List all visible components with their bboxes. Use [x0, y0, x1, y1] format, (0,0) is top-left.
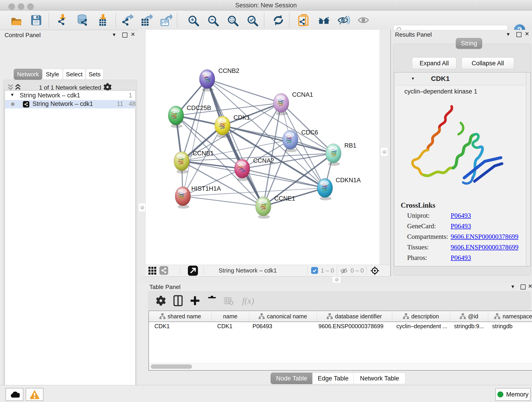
node-label-CCNA2: CCNA2 — [253, 157, 274, 164]
warnings-button[interactable] — [26, 388, 44, 401]
control-panel-collapse-icon[interactable]: ▾ — [113, 32, 115, 38]
detach-view-icon[interactable] — [188, 266, 198, 276]
crosslink-compartments-link[interactable]: 9606.ENSP00000378699 — [451, 233, 519, 240]
tab-sets[interactable]: Sets — [86, 69, 104, 80]
splitter-knob[interactable] — [140, 206, 144, 210]
toolbar-separator — [203, 266, 204, 275]
show-columns-icon[interactable] — [172, 295, 184, 307]
cell-shared-name[interactable]: CDK1 — [154, 323, 170, 330]
node-label-CCNE1: CCNE1 — [274, 195, 295, 202]
node-label-CDC6: CDC6 — [301, 129, 318, 136]
zoom-fit-icon[interactable] — [225, 13, 239, 27]
crosslink-genecard-link[interactable]: P06493 — [451, 222, 471, 230]
results-scrollbar[interactable] — [526, 72, 530, 266]
memory-button[interactable]: Memory — [495, 388, 531, 401]
expand-all-button[interactable]: Expand All — [412, 57, 456, 69]
tab-node-table[interactable]: Node Table — [271, 373, 313, 384]
import-table-icon[interactable] — [95, 13, 109, 27]
cell-name[interactable]: CDK1 — [217, 323, 233, 330]
selected-checkbox-icon[interactable] — [311, 267, 318, 274]
column-header-description[interactable]: description — [392, 311, 450, 322]
network-collection-row[interactable]: ▼ String Network – cdk1 1 — [5, 91, 135, 100]
cell-description[interactable]: cyclin–dependent ... — [396, 323, 447, 330]
column-header-name[interactable]: name — [211, 311, 249, 322]
right-splitter[interactable] — [379, 30, 390, 276]
splitter-knob[interactable] — [382, 150, 386, 154]
network-tree: ▼ String Network – cdk1 1 String Network… — [5, 90, 136, 402]
toolbar-separator — [307, 266, 308, 275]
table-panel-close-icon[interactable]: ✕ — [528, 283, 532, 289]
control-panel: Control Panel ▾ ✕ Network Style Select S… — [1, 30, 138, 385]
results-panel-float-icon[interactable] — [516, 32, 521, 37]
zoom-out-icon[interactable] — [206, 13, 220, 27]
open-session-icon[interactable] — [9, 13, 23, 27]
results-panel-collapse-icon[interactable]: ▾ — [507, 31, 510, 37]
tab-network[interactable]: Network — [14, 69, 42, 80]
control-panel-float-icon[interactable] — [122, 32, 127, 38]
tree-expand-icon[interactable]: ▼ — [10, 92, 14, 97]
crosslink-tissues-link[interactable]: 9606.ENSP00000378699 — [451, 243, 519, 251]
tab-network-table[interactable]: Network Table — [354, 373, 405, 384]
network-birdseye-icon[interactable] — [159, 266, 168, 275]
tab-edge-table[interactable]: Edge Table — [312, 373, 354, 384]
hidden-eye-icon[interactable] — [340, 267, 348, 275]
horizontal-splitter[interactable] — [138, 276, 532, 283]
grid-view-icon[interactable] — [148, 267, 156, 274]
crosslink-label: GeneCard: — [407, 222, 436, 230]
delete-column-trash-icon[interactable] — [206, 295, 218, 307]
table-panel-float-icon[interactable] — [520, 284, 526, 289]
duplicate-network-icon[interactable] — [297, 13, 311, 27]
crosslink-pharos-link[interactable]: P06493 — [451, 254, 471, 262]
toolbar-separator — [177, 13, 177, 27]
import-network-from-database-icon[interactable] — [75, 13, 89, 27]
control-panel-close-icon[interactable]: ✕ — [131, 32, 135, 37]
cloud-status-button[interactable] — [6, 388, 23, 401]
eye-icon[interactable] — [356, 13, 370, 27]
cell-database-identifier[interactable]: 9606.ENSP00000378699 — [318, 323, 384, 330]
column-header-canonical-name[interactable]: canonical name — [249, 311, 317, 322]
table-panel-collapse-icon[interactable]: ▾ — [511, 283, 514, 289]
add-column-icon[interactable] — [189, 295, 201, 307]
cell-id[interactable]: stringdb:9... — [454, 323, 484, 330]
collapse-all-button[interactable]: Collapse All — [462, 57, 514, 69]
zoom-selected-icon[interactable] — [245, 13, 259, 27]
crosslink-label: Pharos: — [407, 254, 427, 262]
left-splitter[interactable] — [138, 30, 146, 276]
column-header-database-identifier[interactable]: database identifier — [317, 311, 392, 322]
splitter-knob[interactable] — [335, 278, 339, 281]
column-header-namespace[interactable]: namespace — [488, 311, 532, 322]
column-header-shared-name[interactable]: shared name — [149, 311, 212, 322]
save-session-icon[interactable] — [29, 13, 43, 27]
tab-style[interactable]: Style — [42, 69, 63, 80]
title-bar: Session: New Session — [0, 0, 532, 11]
zoom-in-icon[interactable] — [186, 13, 200, 27]
column-header-id[interactable]: @id — [450, 311, 488, 322]
export-network-icon[interactable] — [120, 13, 134, 27]
tab-select[interactable]: Select — [63, 69, 86, 80]
crosslink-uniprot-link[interactable]: P06493 — [451, 212, 471, 219]
network-current-dot-icon — [11, 102, 14, 106]
protein-name: CDK1 — [431, 75, 450, 83]
refresh-icon[interactable] — [271, 13, 285, 27]
homes-icon[interactable] — [317, 13, 331, 27]
string-network-graph[interactable]: CCNB2CCNA1CDC25BCDK1CDC6RB1CCNB1CCNA2CDK… — [146, 30, 380, 265]
cell-canonical-name[interactable]: P06493 — [253, 323, 272, 330]
status-bar: Memory — [0, 385, 532, 402]
table-settings-gear-icon[interactable] — [155, 295, 167, 307]
export-table-icon[interactable] — [139, 13, 153, 27]
table-horizontal-scrollbar[interactable] — [149, 363, 532, 370]
network-canvas[interactable]: CCNB2CCNA1CDC25BCDK1CDC6RB1CCNB1CCNA2CDK… — [145, 30, 380, 265]
tab-string[interactable]: String — [456, 38, 482, 49]
crosslinks-title: CrossLinks — [401, 201, 435, 210]
results-panel-close-icon[interactable]: ✕ — [525, 31, 529, 37]
scrollbar-thumb[interactable] — [151, 364, 192, 369]
protein-collapse-icon[interactable]: ▾ — [412, 76, 414, 81]
hide-unhide-icon[interactable] — [337, 13, 351, 27]
network-row[interactable]: String Network – cdk1 11 48 — [5, 100, 135, 108]
center-view-crosshair-icon[interactable] — [370, 266, 380, 275]
export-image-icon[interactable] — [159, 13, 173, 27]
import-network-icon[interactable] — [55, 13, 69, 27]
protein-card-header[interactable]: ▾ CDK1 — [394, 72, 530, 85]
network-node-count: 11 — [117, 100, 123, 108]
cell-namespace[interactable]: stringdb — [492, 323, 513, 330]
